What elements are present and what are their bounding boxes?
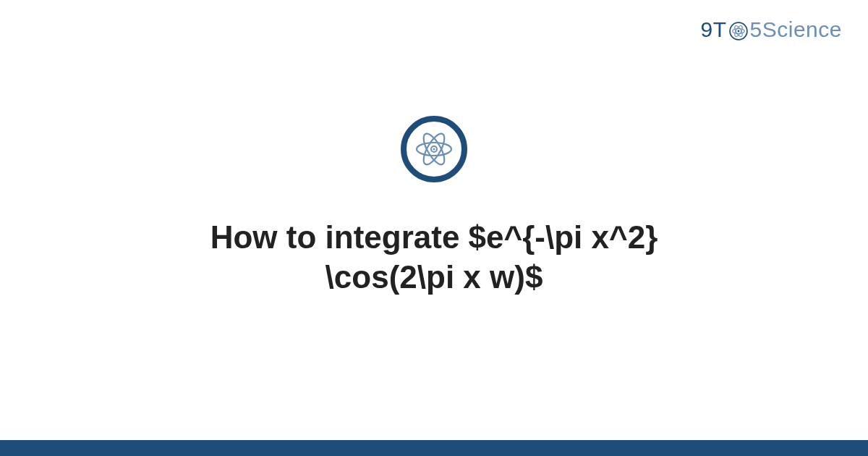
title-line-2: \cos(2\pi x w)$ [326, 259, 543, 295]
page-title: How to integrate $e^{-\pi x^2} \cos(2\pi… [210, 217, 658, 297]
main-content: How to integrate $e^{-\pi x^2} \cos(2\pi… [0, 0, 868, 456]
title-line-1: How to integrate $e^{-\pi x^2} [210, 219, 658, 255]
svg-point-9 [433, 148, 435, 151]
atom-icon [401, 116, 467, 182]
footer-accent-bar [0, 440, 868, 456]
